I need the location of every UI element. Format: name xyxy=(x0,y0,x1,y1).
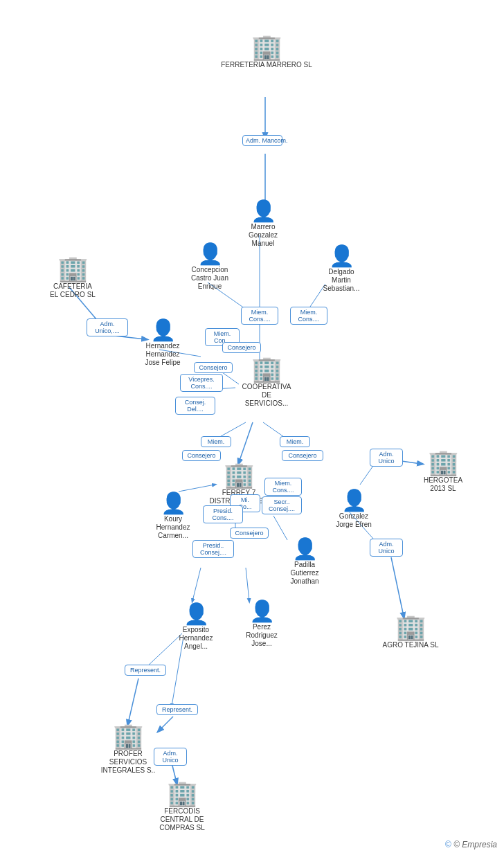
adm-unico-agro-badge[interactable]: Adm.Unico xyxy=(370,539,403,557)
hernandez-hernandez-label: HernandezHernandezJose Felipe xyxy=(145,342,180,367)
concepcion-castro-node: 👤 ConcepcionCastro JuanEnrique xyxy=(179,244,241,291)
concepcion-castro-icon: 👤 xyxy=(197,244,223,264)
adm-unico-cafe-badge[interactable]: Adm.Unico,.... xyxy=(87,318,128,336)
profer-servicios-icon: 🏢 xyxy=(113,723,144,748)
delgado-martin-icon: 👤 xyxy=(329,246,354,267)
agro-tejina-node: 🏢 AGRO TEJINA SL xyxy=(379,615,442,649)
delgado-martin-label: DelgadoMartinSebastian... xyxy=(323,268,360,293)
svg-line-23 xyxy=(128,678,138,723)
miem-cons-badge-1[interactable]: Miem.Cons.... xyxy=(241,307,278,325)
exposito-hernandez-node: 👤 ExpositoHernandezAngel... xyxy=(165,604,227,651)
svg-line-10 xyxy=(239,422,253,462)
perez-rodriguez-node: 👤 PerezRodriguezJose... xyxy=(231,601,293,648)
fercodis-icon: 🏢 xyxy=(167,781,198,806)
ferreteria-marrero-icon: 🏢 xyxy=(251,35,282,60)
agro-tejina-icon: 🏢 xyxy=(395,615,426,640)
marrero-gonzalez-node: 👤 MarreroGonzalezManuel xyxy=(232,201,294,248)
operativa-servicios-icon: 🏢 xyxy=(251,357,282,381)
svg-line-20 xyxy=(273,516,287,540)
cafeteria-cedro-label: CAFETERIAEL CEDRO SL xyxy=(50,282,96,299)
miem-cons-badge-2[interactable]: Miem.Cons.... xyxy=(290,307,327,325)
ferrey7-icon: 🏢 xyxy=(224,462,255,487)
ferreteria-marrero-node: 🏢 FERRETERIA MARRERO SL xyxy=(235,35,298,69)
miem-cons-badge-3[interactable]: Miem.Cons.... xyxy=(264,478,302,496)
padilla-gutierrez-label: PadillaGutierrezJonathan xyxy=(290,561,318,586)
diagram: 🏢 FERRETERIA MARRERO SL Adm. Mancom. 👤 M… xyxy=(0,0,504,855)
hergotea-icon: 🏢 xyxy=(428,450,459,475)
exposito-hernandez-icon: 👤 xyxy=(183,604,209,624)
watermark: © © Empresia xyxy=(445,840,497,849)
miem-badge-right[interactable]: Miem. xyxy=(280,436,310,447)
hernandez-hernandez-icon: 👤 xyxy=(150,320,176,341)
operativa-servicios-label: COOPERATIVADESERVICIOS... xyxy=(242,383,291,408)
adm-mancom-badge[interactable]: Adm. Mancom. xyxy=(242,135,282,146)
gonzalez-jorge-node: 👤 GonzalezJorge Efren xyxy=(323,490,385,529)
exposito-hernandez-label: ExpositoHernandezAngel... xyxy=(179,626,213,651)
profer-servicios-label: PROFERSERVICIOSINTEGRALES S.. xyxy=(101,750,155,775)
adm-unico-hergotea-badge[interactable]: Adm.Unico xyxy=(370,449,403,467)
marrero-gonzalez-label: MarreroGonzalezManuel xyxy=(249,223,278,248)
cafeteria-cedro-node: 🏢 CAFETERIAEL CEDRO SL xyxy=(42,256,104,299)
represent-badge-2[interactable]: Represent. xyxy=(156,704,198,715)
consejero-badge-right[interactable]: Consejero xyxy=(282,450,323,461)
hergotea-node: 🏢 HERGOTEA2013 SL xyxy=(415,450,471,493)
connection-lines xyxy=(0,0,504,855)
perez-rodriguez-label: PerezRodriguezJose... xyxy=(246,623,278,648)
ferreteria-marrero-label: FERRETERIA MARRERO SL xyxy=(221,61,312,69)
cafeteria-cedro-icon: 🏢 xyxy=(57,256,89,281)
consejero-badge-left[interactable]: Consejero xyxy=(182,450,221,461)
consejero-vp-badge[interactable]: Consejero xyxy=(194,362,233,373)
consejero-badge-center[interactable]: Consejero xyxy=(230,528,269,539)
marrero-gonzalez-icon: 👤 xyxy=(251,201,276,222)
hergotea-label: HERGOTEA2013 SL xyxy=(424,476,462,493)
agro-tejina-label: AGRO TEJINA SL xyxy=(383,641,439,649)
padilla-gutierrez-icon: 👤 xyxy=(292,539,318,559)
koury-hernandez-label: KouryHernandezCarmen... xyxy=(156,515,190,540)
gonzalez-jorge-icon: 👤 xyxy=(341,490,367,511)
hernandez-hernandez-node: 👤 HernandezHernandezJose Felipe xyxy=(132,320,194,367)
delgado-martin-node: 👤 DelgadoMartinSebastian... xyxy=(310,246,372,293)
presid-cons-badge-1[interactable]: Presid.Cons.... xyxy=(203,505,243,523)
consej-del-badge[interactable]: Consej.Del.... xyxy=(175,397,215,415)
svg-line-21 xyxy=(246,568,249,601)
concepcion-castro-label: ConcepcionCastro JuanEnrique xyxy=(191,266,228,291)
koury-hernandez-icon: 👤 xyxy=(161,493,186,514)
consejero-badge-1[interactable]: Consejero xyxy=(222,342,261,353)
operativa-servicios-node: 🏢 COOPERATIVADESERVICIOS... xyxy=(232,357,301,408)
fercodis-node: 🏢 FERCODISCENTRAL DECOMPRAS SL xyxy=(147,781,217,832)
represent-badge-1[interactable]: Represent. xyxy=(125,665,166,676)
perez-rodriguez-icon: 👤 xyxy=(249,601,275,622)
fercodis-label: FERCODISCENTRAL DECOMPRAS SL xyxy=(159,807,205,832)
miem-badge-left[interactable]: Miem. xyxy=(201,436,231,447)
gonzalez-jorge-label: GonzalezJorge Efren xyxy=(336,512,372,529)
svg-line-22 xyxy=(192,568,201,601)
padilla-gutierrez-node: 👤 PadillaGutierrezJonathan xyxy=(273,539,336,586)
svg-line-17 xyxy=(391,557,404,616)
vicepres-cons-badge[interactable]: Vicepres.Cons.... xyxy=(180,374,223,392)
profer-servicios-node: 🏢 PROFERSERVICIOSINTEGRALES S.. xyxy=(93,723,163,775)
presid-consej-badge-2[interactable]: Presid..Consej.... xyxy=(192,540,234,558)
secr-consej-badge[interactable]: Secr..Consej.... xyxy=(262,496,302,514)
koury-hernandez-node: 👤 KouryHernandezCarmen... xyxy=(142,493,204,540)
adm-unico-profer-badge[interactable]: Adm.Unico xyxy=(154,748,187,766)
